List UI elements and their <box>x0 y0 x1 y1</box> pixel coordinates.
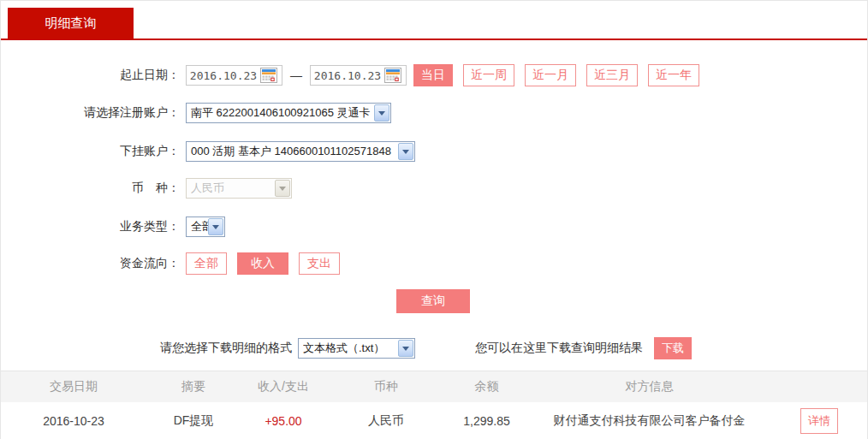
fund-flow-label: 资金流向： <box>1 256 186 271</box>
col-header-balance: 余额 <box>446 379 527 395</box>
download-format-select[interactable]: 文本格式（.txt） <box>298 338 415 359</box>
business-type-select[interactable]: 全部 <box>186 217 225 237</box>
row-counterparty: 财付通支付科技有限公司客户备付金 <box>527 413 771 429</box>
currency-value: 人民币 <box>191 181 224 196</box>
download-format-value: 文本格式（.txt） <box>303 341 384 356</box>
calendar-icon[interactable] <box>384 68 401 83</box>
fund-flow-row: 资金流向： 全部 收入 支出 <box>1 252 867 275</box>
row-summary: DF提现 <box>146 413 241 429</box>
currency-select: 人民币 <box>186 178 292 199</box>
chevron-down-icon <box>398 143 413 160</box>
range-button-month[interactable]: 近一月 <box>525 64 576 86</box>
fund-flow-all-button[interactable]: 全部 <box>186 252 227 275</box>
results-table: 交易日期 摘要 收入/支出 币种 余额 对方信息 2016-10-23 DF提现… <box>1 371 867 439</box>
row-date: 2016-10-23 <box>1 414 146 428</box>
query-button[interactable]: 查询 <box>396 289 470 313</box>
sub-account-row: 下挂账户： 000 活期 基本户 1406600101102571848 <box>1 141 867 162</box>
date-range-row: 起止日期： — <box>1 65 867 86</box>
registered-account-select[interactable]: 南平 6222001406100921065 灵通卡 <box>186 103 391 123</box>
row-balance: 1,299.85 <box>446 414 527 428</box>
col-header-summary: 摘要 <box>146 379 241 395</box>
end-date-input[interactable] <box>311 69 384 82</box>
chevron-down-icon <box>275 180 290 197</box>
date-range-label: 起止日期： <box>1 68 186 83</box>
start-date-box <box>186 65 282 86</box>
chevron-down-icon <box>208 218 223 235</box>
range-button-week[interactable]: 近一周 <box>463 64 514 86</box>
col-header-amount: 收入/支出 <box>241 379 326 395</box>
start-date-input[interactable] <box>187 69 260 82</box>
download-format-label: 请您选择下载明细的格式 <box>160 341 292 356</box>
detail-button[interactable]: 详情 <box>800 408 838 434</box>
col-header-date: 交易日期 <box>1 379 146 395</box>
download-button[interactable]: 下载 <box>654 337 692 359</box>
chevron-down-icon <box>398 340 413 357</box>
quick-range-buttons: 当日 近一周 近一月 近三月 近一年 <box>413 64 699 86</box>
range-button-year[interactable]: 近一年 <box>648 64 699 86</box>
registered-account-label: 请选择注册账户： <box>1 105 186 121</box>
table-row: 2016-10-23 DF提现 +95.00 人民币 1,299.85 财付通支… <box>1 402 867 439</box>
table-header-row: 交易日期 摘要 收入/支出 币种 余额 对方信息 <box>1 371 867 402</box>
end-date-box <box>310 65 407 86</box>
sub-account-label: 下挂账户： <box>1 144 186 159</box>
currency-label: 币 种： <box>1 181 186 196</box>
sub-account-select[interactable]: 000 活期 基本户 1406600101102571848 <box>186 141 415 162</box>
query-form: 起止日期： — <box>1 40 867 359</box>
registered-account-row: 请选择注册账户： 南平 6222001406100921065 灵通卡 <box>1 103 867 123</box>
fund-flow-buttons: 全部 收入 支出 <box>186 252 340 275</box>
currency-row: 币 种： 人民币 <box>1 178 867 199</box>
registered-account-value: 南平 6222001406100921065 灵通卡 <box>191 105 371 121</box>
download-row: 请您选择下载明细的格式 文本格式（.txt） 您可以在这里下载查询明细结果 下载 <box>1 338 867 359</box>
row-currency: 人民币 <box>326 413 446 429</box>
chevron-down-icon <box>374 104 389 122</box>
download-hint-text: 您可以在这里下载查询明细结果 <box>475 341 643 356</box>
date-range-separator: — <box>290 68 302 82</box>
calendar-icon[interactable] <box>260 68 277 83</box>
sub-account-value: 000 活期 基本户 1406600101102571848 <box>191 144 391 159</box>
business-type-label: 业务类型： <box>1 219 186 234</box>
range-button-3months[interactable]: 近三月 <box>586 64 638 86</box>
range-button-today[interactable]: 当日 <box>413 64 453 86</box>
col-header-counterparty: 对方信息 <box>527 379 771 395</box>
header: 明细查询 <box>1 1 867 39</box>
tab-detail-query[interactable]: 明细查询 <box>8 8 134 39</box>
col-header-currency: 币种 <box>326 379 446 395</box>
row-amount: +95.00 <box>241 414 326 428</box>
business-type-value: 全部 <box>191 219 208 234</box>
business-type-row: 业务类型： 全部 <box>1 217 867 237</box>
fund-flow-income-button[interactable]: 收入 <box>237 252 288 275</box>
fund-flow-expense-button[interactable]: 支出 <box>299 252 340 275</box>
detail-query-page: 明细查询 起止日期： — <box>0 0 868 439</box>
